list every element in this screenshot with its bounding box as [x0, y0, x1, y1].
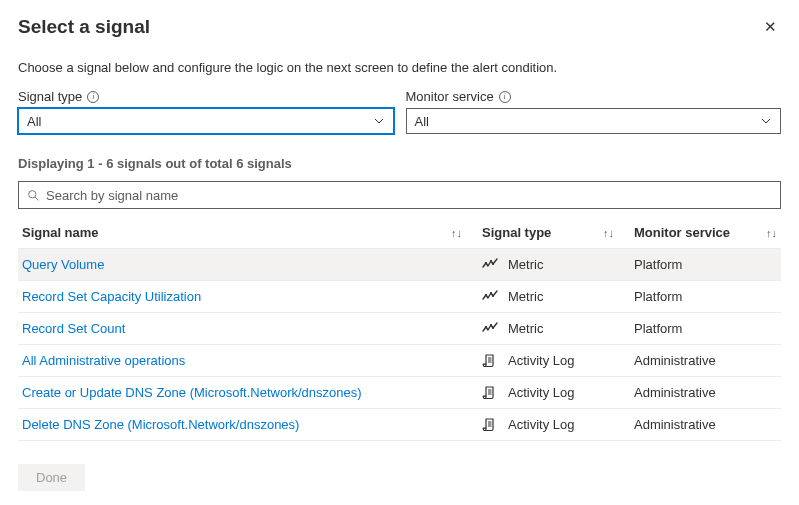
activity-log-icon	[482, 353, 498, 369]
svg-point-9	[490, 323, 492, 325]
chevron-down-icon	[760, 115, 772, 127]
svg-line-1	[35, 197, 38, 200]
signal-name-link[interactable]: Query Volume	[22, 257, 104, 272]
activity-log-icon	[482, 417, 498, 433]
search-box[interactable]	[18, 181, 781, 209]
sort-icon: ↑↓	[451, 227, 462, 239]
signal-type-value: Metric	[508, 321, 543, 336]
svg-point-0	[29, 190, 36, 197]
monitor-service-value: Administrative	[634, 353, 716, 368]
signal-type-value: Metric	[508, 289, 543, 304]
signal-type-value: Metric	[508, 257, 543, 272]
info-icon[interactable]: i	[499, 91, 511, 103]
column-signal-type[interactable]: Signal type ↑↓	[482, 225, 634, 240]
page-description: Choose a signal below and configure the …	[18, 60, 781, 75]
monitor-service-value: All	[415, 114, 429, 129]
close-button[interactable]: ✕	[760, 14, 781, 40]
monitor-service-value: Platform	[634, 321, 682, 336]
table-row[interactable]: All Administrative operationsActivity Lo…	[18, 345, 781, 377]
column-monitor-service[interactable]: Monitor service ↑↓	[634, 225, 777, 240]
table-row[interactable]: Query VolumeMetricPlatform	[18, 249, 781, 281]
table-row[interactable]: Create or Update DNS Zone (Microsoft.Net…	[18, 377, 781, 409]
search-input[interactable]	[46, 188, 772, 203]
table-row[interactable]: Record Set Capacity UtilizationMetricPla…	[18, 281, 781, 313]
sort-icon: ↑↓	[603, 227, 614, 239]
svg-point-10	[492, 326, 494, 328]
monitor-service-label: Monitor service	[406, 89, 494, 104]
chevron-down-icon	[373, 115, 385, 127]
svg-point-4	[492, 262, 494, 264]
monitor-service-value: Administrative	[634, 417, 716, 432]
monitor-service-dropdown[interactable]: All	[406, 108, 782, 134]
done-button[interactable]: Done	[18, 464, 85, 491]
result-count: Displaying 1 - 6 signals out of total 6 …	[18, 156, 781, 171]
metric-icon	[482, 321, 498, 337]
signal-type-value: All	[27, 114, 41, 129]
signal-type-value: Activity Log	[508, 353, 574, 368]
page-title: Select a signal	[18, 16, 150, 38]
signal-name-link[interactable]: All Administrative operations	[22, 353, 185, 368]
signal-type-value: Activity Log	[508, 417, 574, 432]
svg-point-7	[492, 294, 494, 296]
signal-table: Signal name ↑↓ Signal type ↑↓ Monitor se…	[18, 217, 781, 441]
monitor-service-value: Platform	[634, 257, 682, 272]
monitor-service-value: Platform	[634, 289, 682, 304]
signal-name-link[interactable]: Delete DNS Zone (Microsoft.Network/dnszo…	[22, 417, 299, 432]
svg-point-3	[490, 259, 492, 261]
table-row[interactable]: Delete DNS Zone (Microsoft.Network/dnszo…	[18, 409, 781, 441]
column-signal-name[interactable]: Signal name ↑↓	[22, 225, 482, 240]
sort-icon: ↑↓	[766, 227, 777, 239]
signal-name-link[interactable]: Record Set Capacity Utilization	[22, 289, 201, 304]
signal-type-value: Activity Log	[508, 385, 574, 400]
svg-point-2	[485, 261, 487, 263]
table-row[interactable]: Record Set CountMetricPlatform	[18, 313, 781, 345]
activity-log-icon	[482, 385, 498, 401]
monitor-service-value: Administrative	[634, 385, 716, 400]
table-header: Signal name ↑↓ Signal type ↑↓ Monitor se…	[18, 217, 781, 249]
svg-point-5	[485, 293, 487, 295]
signal-type-dropdown[interactable]: All	[18, 108, 394, 134]
metric-icon	[482, 289, 498, 305]
search-icon	[27, 189, 40, 202]
signal-type-label: Signal type	[18, 89, 82, 104]
svg-point-8	[485, 325, 487, 327]
signal-name-link[interactable]: Record Set Count	[22, 321, 125, 336]
info-icon[interactable]: i	[87, 91, 99, 103]
svg-point-6	[490, 291, 492, 293]
metric-icon	[482, 257, 498, 273]
signal-name-link[interactable]: Create or Update DNS Zone (Microsoft.Net…	[22, 385, 362, 400]
